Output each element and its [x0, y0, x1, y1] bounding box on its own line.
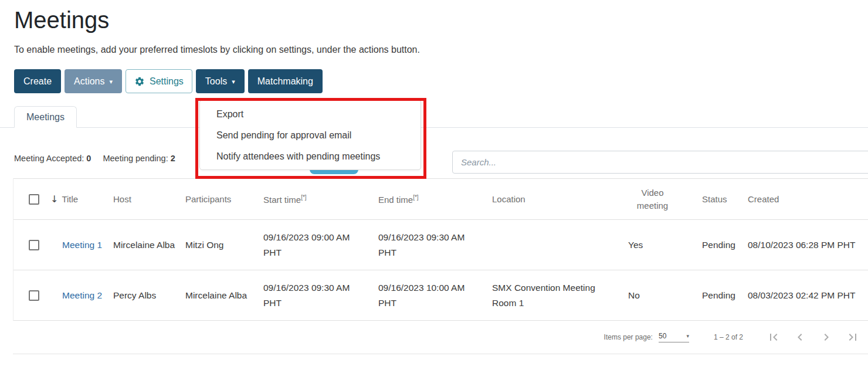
create-button-label: Create	[23, 76, 52, 87]
items-per-page-select[interactable]: 50 ▾	[659, 332, 689, 342]
row-checkbox[interactable]	[29, 290, 39, 301]
meeting-link[interactable]: Meeting 2	[62, 290, 102, 300]
menu-item-send-pending-approval-email[interactable]: Send pending for approval email	[200, 125, 421, 146]
first-page-icon[interactable]	[767, 330, 781, 344]
tools-dropdown-menu: Export Send pending for approval email N…	[199, 100, 421, 170]
column-header-start-time[interactable]: Start time[*]	[263, 179, 378, 220]
page-subtitle: To enable meetings, add your preferred t…	[14, 45, 868, 55]
select-all-checkbox[interactable]	[29, 194, 39, 205]
create-button[interactable]: Create	[14, 69, 61, 93]
paginator: Items per page: 50 ▾ 1 – 2 of 2	[13, 321, 868, 354]
cell-participants: Mircelaine Alba	[185, 270, 263, 321]
start-time-footnote: [*]	[301, 194, 306, 201]
column-header-participants[interactable]: Participants	[185, 179, 263, 220]
meetings-page: { "page": { "title": "Meetings", "subtit…	[0, 0, 868, 380]
stat-accepted: Meeting Accepted: 0	[14, 154, 91, 163]
stat-pending-value: 2	[171, 154, 175, 163]
column-header-end-time[interactable]: End time[*]	[378, 179, 492, 220]
matchmaking-button[interactable]: Matchmaking	[248, 69, 323, 93]
cell-video-meeting: No	[623, 270, 690, 321]
chevron-down-icon: ▾	[232, 79, 235, 85]
actions-button-label: Actions	[74, 76, 104, 87]
cell-created: 08/03/2023 02:42 PM PHT	[748, 270, 868, 321]
column-header-location[interactable]: Location	[492, 179, 623, 220]
chevron-down-icon: ▾	[110, 79, 113, 85]
stat-accepted-label: Meeting Accepted:	[14, 154, 84, 163]
meeting-link[interactable]: Meeting 1	[62, 240, 102, 250]
prev-page-icon[interactable]	[793, 330, 807, 344]
cell-location: SMX Convention Meeting Room 1	[492, 270, 623, 321]
stat-pending-label: Meeting pending:	[103, 154, 168, 163]
tab-bar: Meetings	[0, 106, 868, 128]
status-badge: Pending	[690, 220, 748, 270]
column-header-host[interactable]: Host	[113, 179, 185, 220]
column-header-created[interactable]: Created	[748, 179, 868, 220]
meetings-table: ↓ Title Host Participants Start time[*] …	[13, 178, 868, 321]
page-title: Meetings	[14, 6, 868, 34]
cell-end-time: 09/16/2023 10:00 AM PHT	[378, 270, 492, 321]
column-header-status[interactable]: Status	[690, 179, 748, 220]
video-meeting-label: Video meeting	[634, 186, 672, 212]
tab-meetings[interactable]: Meetings	[14, 106, 77, 128]
status-badge: Pending	[690, 270, 748, 321]
matchmaking-button-label: Matchmaking	[257, 76, 313, 87]
actions-button[interactable]: Actions ▾	[65, 69, 122, 93]
cell-end-time: 09/16/2023 09:30 AM PHT	[378, 220, 492, 270]
start-time-label: Start time	[263, 195, 301, 205]
row-checkbox[interactable]	[29, 240, 39, 250]
items-per-page-label: Items per page:	[604, 333, 653, 341]
tools-button-label: Tools	[205, 76, 227, 87]
end-time-label: End time	[378, 195, 413, 205]
table-header-row: ↓ Title Host Participants Start time[*] …	[13, 179, 868, 220]
sort-descending-icon[interactable]: ↓	[50, 194, 58, 205]
tools-button[interactable]: Tools ▾	[196, 69, 245, 93]
cell-start-time: 09/16/2023 09:00 AM PHT	[263, 220, 378, 270]
table-row: Meeting 2 Percy Albs Mircelaine Alba 09/…	[13, 270, 868, 321]
menu-item-export[interactable]: Export	[200, 104, 421, 125]
end-time-footnote: [*]	[413, 194, 418, 201]
cell-host: Mircelaine Alba	[113, 220, 185, 270]
stat-pending: Meeting pending: 2	[103, 154, 175, 163]
menu-item-notify-attendees-pending[interactable]: Notify attendees with pending meetings	[200, 146, 421, 167]
next-page-icon[interactable]	[819, 330, 833, 344]
last-page-icon[interactable]	[846, 330, 860, 344]
meetings-table-container: ↓ Title Host Participants Start time[*] …	[13, 178, 868, 321]
stat-accepted-value: 0	[86, 154, 91, 163]
cell-host: Percy Albs	[113, 270, 185, 321]
cell-created: 08/10/2023 06:28 PM PHT	[748, 220, 868, 270]
table-row: Meeting 1 Mircelaine Alba Mitzi Ong 09/1…	[13, 220, 868, 270]
gear-icon	[134, 76, 145, 87]
items-per-page-value: 50	[659, 332, 666, 340]
chevron-down-icon: ▾	[686, 333, 689, 339]
settings-button-label: Settings	[150, 76, 184, 87]
cell-start-time: 09/16/2023 09:30 AM PHT	[263, 270, 378, 321]
cell-location	[492, 220, 623, 270]
page-range-label: 1 – 2 of 2	[714, 333, 743, 341]
cell-participants: Mitzi Ong	[185, 220, 263, 270]
pagination-nav	[767, 330, 860, 344]
search-input[interactable]	[452, 151, 868, 174]
column-header-title[interactable]: Title	[62, 194, 78, 204]
settings-button[interactable]: Settings	[126, 69, 192, 93]
toolbar: Create Actions ▾ Settings Tools ▾ Matchm…	[14, 69, 868, 93]
column-header-video-meeting[interactable]: Video meeting	[623, 179, 690, 220]
cell-video-meeting: Yes	[623, 220, 690, 270]
